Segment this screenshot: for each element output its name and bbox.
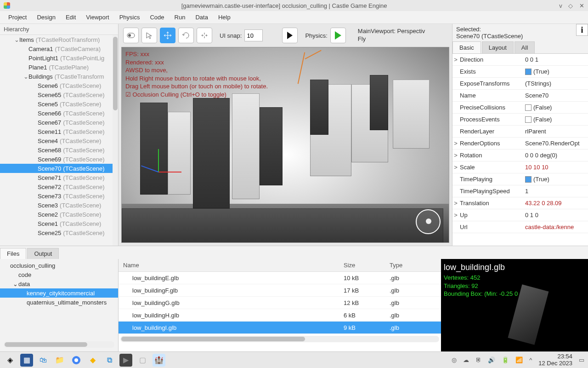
menu-data[interactable]: Data [191,12,212,23]
terminal-icon[interactable]: ▶ [119,354,132,367]
property-row[interactable]: >Translation43.22 0 28.09 [452,197,588,209]
hierarchy-item[interactable]: Scene71(TCastleScene) [0,173,118,182]
project-item[interactable]: kenney_citykitcommercial [0,288,118,298]
volume-icon[interactable]: 🔊 [488,356,495,363]
chrome-icon[interactable] [70,354,83,367]
property-row[interactable]: TimePlaying(True) [452,173,588,185]
hierarchy-item[interactable]: Scene69(TCastleScene) [0,155,118,164]
close-icon[interactable]: ✕ [579,2,584,9]
viewport-3d[interactable]: FPS: xxx Rendered: xxx AWSD to move, Hol… [121,47,449,243]
hierarchy-item[interactable]: ⌄Buildings(TCastleTransform [0,72,118,81]
navigation-ball[interactable] [416,209,441,234]
physics-play-button[interactable] [330,28,346,43]
wifi-icon[interactable]: 📶 [515,356,523,363]
tab-all[interactable]: All [514,41,535,53]
property-row[interactable]: Urlcastle-data:/kenne [452,221,588,233]
castle-engine-icon[interactable]: 🏰 [153,354,165,367]
property-row[interactable]: TimePlayingSpeed1 [452,185,588,197]
tray-icon[interactable]: ☁ [463,356,469,363]
file-row[interactable]: low_buildingG.glb12 kB.glb [119,297,441,309]
hierarchy-item[interactable]: Scene5(TCastleScene) [0,99,118,109]
ui-snap-input[interactable] [244,29,263,41]
scrollbar[interactable] [4,341,114,348]
show-desktop-icon[interactable]: ▭ [579,356,584,363]
property-row[interactable]: RenderLayerrlParent [452,126,588,138]
clock[interactable]: 23:54 12 Dec 2023 [538,353,572,367]
property-row[interactable]: ProcessEvents(False) [452,114,588,126]
taskbar-app-icon[interactable]: ▦ [20,354,33,367]
store-icon[interactable]: 🛍 [37,354,50,367]
file-row[interactable]: low_buildingF.glb17 kB.glb [119,284,441,297]
project-item[interactable]: ⌄data [0,279,118,288]
menu-design[interactable]: Design [32,12,60,23]
property-grid[interactable]: >Direction0 0 1Exists(True)ExposeTransfo… [452,54,588,246]
file-header[interactable]: Name Size Type [119,259,441,272]
property-row[interactable]: >Direction0 0 1 [452,54,588,66]
menu-run[interactable]: Run [170,12,190,23]
hierarchy-item[interactable]: Scene67(TCastleScene) [0,118,118,127]
camera-toggle-button[interactable] [123,28,139,43]
scrollbar[interactable] [120,336,439,342]
minimize-icon[interactable]: v [559,2,562,9]
chevron-up-icon[interactable]: ^ [529,356,532,363]
project-item[interactable]: occlusion_culling [0,261,118,270]
menu-help[interactable]: Help [214,12,235,23]
hierarchy-item[interactable]: ⌄Items(TCastleRootTransform) [0,35,118,44]
start-icon[interactable]: ◈ [4,354,17,367]
property-row[interactable]: PreciseCollisions(False) [452,102,588,114]
project-item[interactable]: quaternius_ultimate_monsters [0,298,118,307]
file-row[interactable]: low_buildingE.glb10 kB.glb [119,272,441,284]
hierarchy-item[interactable]: Scene6(TCastleScene) [0,81,118,90]
hierarchy-item[interactable]: Scene70(TCastleScene) [0,164,118,173]
project-tree[interactable]: occlusion_cullingcode⌄datakenney_citykit… [0,259,119,351]
file-row[interactable]: low_buildingI.glb9 kB.glb [119,322,441,334]
menu-project[interactable]: Project [4,12,31,23]
rotate-tool-button[interactable] [178,28,194,43]
tab-layout[interactable]: Layout [482,41,514,53]
scale-tool-button[interactable] [197,28,212,43]
taskbar-app-icon[interactable]: ▢ [136,354,149,367]
hierarchy-item[interactable]: Camera1(TCastleCamera) [0,44,118,53]
menu-code[interactable]: Code [145,12,169,23]
tab-files[interactable]: Files [0,248,26,259]
file-row[interactable]: low_buildingH.glb6 kB.glb [119,309,441,322]
hierarchy-item[interactable]: Plane1(TCastlePlane) [0,63,118,72]
move-tool-button[interactable] [160,28,175,43]
property-row[interactable]: Exists(True) [452,66,588,78]
col-name[interactable]: Name [119,262,339,269]
hierarchy-item[interactable]: Scene2(TCastleScene) [0,210,118,219]
hierarchy-item[interactable]: Scene68(TCastleScene) [0,145,118,155]
property-row[interactable]: >Rotation0 0 0 deg(0) [452,150,588,161]
col-size[interactable]: Size [339,262,385,269]
scrollbar[interactable] [113,35,118,246]
hierarchy-tree[interactable]: ⌄Items(TCastleRootTransform)Camera1(TCas… [0,35,118,246]
menu-viewport[interactable]: Viewport [81,12,113,23]
hierarchy-item[interactable]: Scene4(TCastleScene) [0,136,118,145]
col-type[interactable]: Type [385,262,441,269]
tray-icon[interactable]: ⛨ [475,356,481,363]
tab-output[interactable]: Output [27,248,59,259]
hierarchy-item[interactable]: Scene1(TCastleScene) [0,219,118,228]
battery-icon[interactable]: 🔋 [502,356,509,363]
property-row[interactable]: >Up0 1 0 [452,209,588,221]
hierarchy-item[interactable]: Scene65(TCastleScene) [0,90,118,99]
property-row[interactable]: >Scale10 10 10 [452,161,588,173]
hierarchy-item[interactable]: Scene25(TCastleScene) [0,228,118,237]
hierarchy-item[interactable]: Scene73(TCastleScene) [0,191,118,201]
property-row[interactable]: NameScene70 [452,90,588,102]
vscode-icon[interactable]: ⧉ [103,354,116,367]
hierarchy-item[interactable]: Scene3(TCastleScene) [0,201,118,210]
files-icon[interactable]: 📁 [53,354,66,367]
property-row[interactable]: >RenderOptionsScene70.RenderOpt [452,138,588,150]
hierarchy-item[interactable]: Scene66(TCastleScene) [0,109,118,118]
select-tool-button[interactable] [141,28,157,43]
menu-physics[interactable]: Physics [115,12,145,23]
hierarchy-item[interactable]: Scene72(TCastleScene) [0,182,118,191]
hierarchy-item[interactable]: Scene11(TCastleScene) [0,127,118,136]
info-button[interactable]: i [576,24,588,36]
hierarchy-item[interactable]: PointLight1(TCastlePointLig [0,53,118,63]
tab-basic[interactable]: Basic [452,41,481,53]
maximize-icon[interactable]: ◇ [568,2,573,9]
taskbar-app-icon[interactable]: ◆ [86,354,99,367]
property-row[interactable]: ExposeTransforms(TStrings) [452,78,588,90]
